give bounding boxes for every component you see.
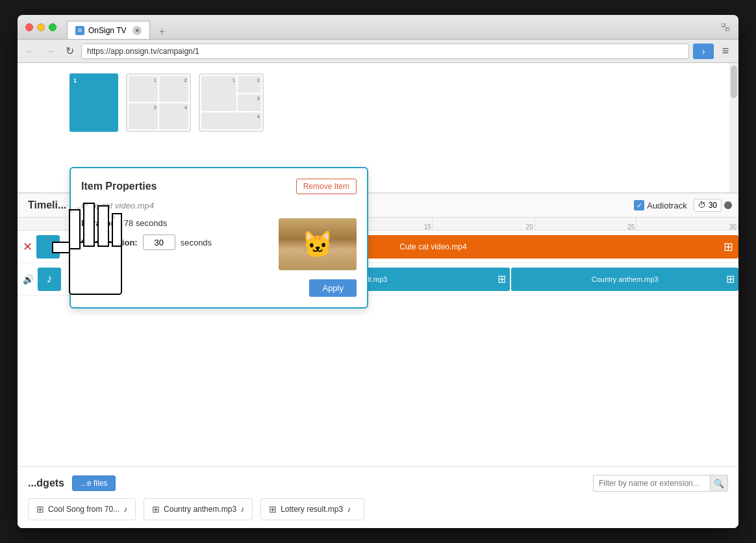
section-title: ...dgets	[28, 477, 64, 489]
video-track-thumb	[36, 235, 60, 259]
item-duration-label: Item duration:	[81, 238, 138, 247]
audio-segment-3[interactable]: Country anthem.mp3 ⊞	[511, 268, 738, 291]
media-files-grid: ⊞ Cool Song from 70... ♪ ⊞ Country anthe…	[28, 498, 728, 520]
media-file-3-name: Lottery result.mp3	[281, 505, 343, 514]
refresh-button[interactable]: ↻	[62, 44, 77, 59]
back-button[interactable]: ←	[23, 44, 38, 59]
url-text: https://app.onsign.tv/campaign/1	[87, 47, 199, 56]
close-button[interactable]	[25, 23, 33, 31]
media-icon-1: ♪	[123, 505, 127, 514]
media-icon-2: ♪	[240, 505, 244, 514]
layout-section: 1 1 2 3 4 1 2 3 4	[18, 63, 738, 193]
layout-cell-bottom: 4	[201, 112, 261, 129]
media-file-1[interactable]: ⊞ Cool Song from 70... ♪	[28, 498, 136, 520]
files-tab-button[interactable]: ...e files	[72, 475, 116, 491]
search-input[interactable]	[593, 475, 710, 492]
page-content: 1 1 2 3 4 1 2 3 4	[18, 63, 738, 528]
media-file-3[interactable]: ⊞ Lottery result.mp3 ♪	[260, 498, 364, 520]
layout-cell-r2: 3	[238, 94, 261, 111]
tab-title: OnSign TV	[88, 26, 126, 35]
mute-label: Mute:	[81, 257, 104, 266]
layout-thumb-3[interactable]: 1 2 3 4	[199, 73, 264, 132]
music-icon-3: ⊞	[269, 504, 277, 514]
slider-thumb[interactable]	[724, 201, 732, 209]
video-track-name: Cute cat video.mp4	[399, 242, 466, 251]
layout-cell-r1: 2	[238, 76, 261, 93]
layout-scrollbar[interactable]	[729, 63, 738, 192]
url-bar[interactable]: https://app.onsign.tv/campaign/1	[81, 44, 689, 59]
bottom-section: ...dgets ...e files 🔍 ⊞ Cool Song from 7…	[18, 466, 738, 528]
audiotrack-label: Audiotrack	[647, 201, 687, 210]
cat-image	[279, 218, 357, 270]
maximize-button[interactable]	[49, 23, 57, 31]
forward-button[interactable]: →	[42, 44, 58, 59]
ruler-mark-25: 25	[535, 218, 637, 231]
item-duration-input[interactable]	[143, 234, 175, 250]
remove-item-button[interactable]: Remove Item	[296, 179, 357, 194]
layout-thumbnails: 1 1 2 3 4 1 2 3 4	[69, 73, 264, 132]
minimize-button[interactable]	[37, 23, 45, 31]
layout-thumb-2[interactable]: 1 2 3 4	[126, 73, 191, 132]
audio-seg-2-expand[interactable]: ⊞	[498, 273, 506, 285]
audio-track-thumb: ♪	[38, 268, 61, 291]
music-icon-2: ⊞	[152, 504, 160, 514]
go-button[interactable]: ›	[693, 44, 714, 59]
mute-checkbox[interactable]	[108, 257, 116, 266]
duration-field: Duration: 78 seconds	[81, 218, 268, 228]
panel-filename: Cute cat video.mp4	[81, 201, 357, 210]
ruler-mark-20: 20	[433, 218, 535, 231]
time-display: ⏱ 30	[694, 199, 722, 212]
audio-thumb-icon: ♪	[39, 269, 60, 290]
audiotrack-checkbox[interactable]: ✓	[634, 200, 644, 210]
panel-header: Item Properties Remove Item	[81, 179, 357, 194]
bottom-header: ...dgets ...e files 🔍	[28, 475, 728, 492]
tab-area: O OnSign TV × +	[67, 15, 171, 39]
item-properties-panel: Item Properties Remove Item Cute cat vid…	[69, 167, 368, 309]
duration-label: Duration:	[81, 218, 119, 228]
panel-left: Duration: 78 seconds Item duration: seco…	[81, 218, 268, 270]
layout-cell-3: 3	[129, 103, 158, 129]
browser-menu-button[interactable]: ≡	[718, 44, 733, 59]
volume-icon: 🔊	[23, 274, 34, 284]
item-duration-field: Item duration: seconds	[81, 234, 268, 250]
tab-close-button[interactable]: ×	[132, 26, 142, 35]
audio-seg-3-expand[interactable]: ⊞	[726, 273, 735, 285]
mute-row: Mute:	[81, 257, 268, 266]
layout-cell-main: 1	[201, 76, 236, 111]
timeline-controls: ✓ Audiotrack ⏱ 30	[634, 199, 728, 212]
duration-value: 78 seconds	[124, 218, 168, 228]
layout-cell-1: 1	[129, 76, 158, 102]
video-expand-icon[interactable]: ⊞	[724, 240, 733, 254]
traffic-lights	[25, 23, 57, 31]
layout-num-1: 1	[73, 77, 77, 84]
layout-scrollbar-thumb	[731, 66, 737, 98]
music-icon-1: ⊞	[36, 504, 44, 514]
timeline-label: Timeli...	[28, 199, 66, 211]
browser-window: O OnSign TV × + ← → ↻ https://app.onsign…	[18, 15, 738, 528]
audiotrack-check: ✓ Audiotrack	[634, 200, 687, 210]
active-tab[interactable]: O OnSign TV ×	[67, 21, 150, 39]
time-value: 30	[709, 201, 717, 210]
panel-title: Item Properties	[81, 181, 157, 192]
layout-cell-4: 4	[159, 103, 188, 129]
cancel-button[interactable]: Cancel	[81, 283, 107, 293]
seconds-label: seconds	[181, 238, 212, 247]
media-file-2[interactable]: ⊞ Country anthem.mp3 ♪	[144, 498, 253, 520]
media-file-1-name: Cool Song from 70...	[48, 505, 120, 514]
new-tab-button[interactable]: +	[153, 25, 171, 39]
fullscreen-icon[interactable]	[720, 22, 731, 32]
nav-bar: ← → ↻ https://app.onsign.tv/campaign/1 ›…	[18, 40, 738, 63]
tab-favicon: O	[75, 26, 84, 35]
apply-button[interactable]: Apply	[309, 279, 357, 297]
media-file-2-name: Country anthem.mp3	[164, 505, 236, 514]
media-icon-3: ♪	[347, 505, 351, 514]
ruler-mark-30: 30	[636, 218, 738, 231]
layout-thumb-1[interactable]: 1	[69, 73, 118, 132]
video-track-delete-button[interactable]: ✕	[23, 240, 32, 254]
title-bar: O OnSign TV × +	[18, 15, 738, 40]
search-button[interactable]: 🔍	[710, 475, 728, 492]
svg-rect-1	[726, 28, 729, 31]
svg-rect-0	[722, 23, 725, 27]
clock-icon: ⏱	[698, 201, 706, 210]
panel-actions: Cancel Apply	[81, 279, 357, 297]
